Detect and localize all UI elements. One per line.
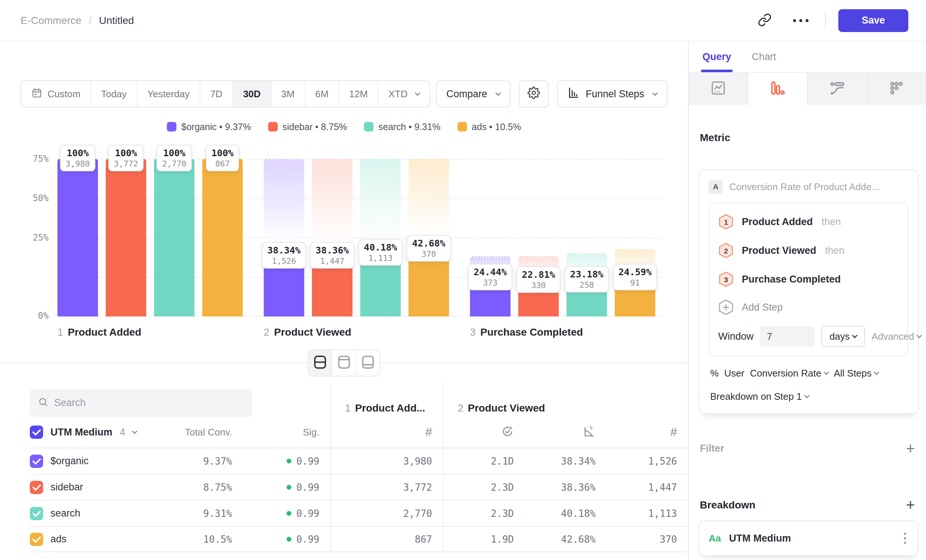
breakdown-property-card[interactable]: Aa UTM Medium [698,521,918,556]
breadcrumb-project[interactable]: E-Commerce [21,15,82,27]
save-button[interactable]: Save [838,9,908,32]
step-label-3: 3 Purchase Completed [470,327,655,342]
share-link-button[interactable] [753,9,776,32]
funnel-bar[interactable]: 38.34% 1,526 [264,159,304,316]
kebab-menu-icon[interactable] [902,531,908,546]
series-checkbox[interactable] [30,533,43,546]
search-input[interactable] [54,397,244,409]
window-value-input[interactable] [760,326,815,347]
number-icon: # [670,425,677,439]
funnel-bar[interactable]: 24.59% 91 [615,159,655,316]
funnel-bar[interactable]: 40.18% 1,113 [360,159,401,316]
funnel-bar[interactable]: 100% 3,772 [106,159,146,316]
measurement-select[interactable]: Conversion Rate [750,368,828,379]
date-range-6m[interactable]: 6M [306,81,339,107]
count-column-header[interactable]: # [330,417,443,448]
breakdown-property-name: UTM Medium [729,533,894,544]
chart-settings-button[interactable] [519,80,549,107]
conv-rate-column-header[interactable]: % [525,417,607,448]
tab-chart[interactable]: Chart [752,42,776,72]
layout-split-view-button[interactable] [308,350,332,376]
panel-tabs: Query Chart [689,42,926,73]
layout-toggle-group [307,349,380,377]
breakdown-on-step-select[interactable]: Breakdown on Step 1 [709,391,908,402]
more-options-button[interactable] [789,9,813,32]
date-range-7d[interactable]: 7D [200,81,233,107]
tab-query[interactable]: Query [702,42,731,72]
chart-type-selector[interactable]: Funnel Steps [557,80,667,107]
legend-item[interactable]: ads • 10.5% [457,121,521,132]
step1-count: 3,980 [330,448,443,474]
insights-report-tab[interactable] [689,73,749,104]
total-conv-header[interactable]: Total Conv. [162,417,243,448]
date-range-30d[interactable]: 30D [233,81,271,107]
compare-button[interactable]: Compare [436,80,510,107]
chevron-down-icon [495,90,501,96]
select-all-checkbox[interactable] [30,425,43,439]
conversion-rate-icon: % [583,425,596,439]
total-conv-value: 10.5% [162,526,243,552]
breakdown-column-label[interactable]: UTM Medium [50,427,112,438]
series-name[interactable]: $organic [50,456,89,467]
step-row-3[interactable]: 3 Purchase Completed [710,264,908,292]
layout-chart-only-button[interactable] [332,350,356,376]
add-breakdown-button[interactable]: + [906,499,915,511]
retention-report-tab[interactable] [867,73,926,104]
step-row-1[interactable]: 1 Product Added then [710,206,908,235]
add-filter-button[interactable]: + [906,443,915,454]
funnel-bar[interactable]: 100% 3,980 [57,159,98,316]
add-step-button[interactable]: Add Step [710,292,908,322]
funnel-steps-editor: 1 Product Added then 2 Product Viewed th… [709,203,908,357]
series-name[interactable]: search [50,508,80,519]
funnel-bar[interactable]: 100% 867 [202,159,243,316]
svg-text:%: % [590,425,593,431]
date-range-xtd[interactable]: XTD [378,81,430,107]
legend-item[interactable]: sidebar • 8.75% [268,121,347,132]
breadcrumb-title[interactable]: Untitled [99,15,134,27]
top-bar: E-Commerce / Untitled Save [0,0,926,42]
funnel-bar[interactable]: 100% 2,770 [154,159,194,316]
funnel-bar[interactable]: 23.18% 258 [566,159,607,316]
funnel-bar[interactable]: 24.44% 373 [470,159,510,316]
series-name[interactable]: ads [50,533,67,545]
legend-item[interactable]: $organic • 9.37% [167,121,251,132]
legend-item[interactable]: search • 9.31% [364,121,440,132]
date-range-3m[interactable]: 3M [271,81,306,107]
sig-dot-icon [287,537,291,542]
chevron-down-icon [852,332,858,338]
date-range-12m[interactable]: 12M [339,81,379,107]
funnel-bar[interactable]: 38.36% 1,447 [312,159,353,316]
date-range-custom[interactable]: Custom [21,81,91,107]
avg-time-value: 2.1D [443,448,525,474]
step-row-2[interactable]: 2 Product Viewed then [710,235,908,264]
series-name[interactable]: sidebar [50,481,83,493]
chevron-down-icon [874,369,880,375]
bar-value-label: 100% 3,980 [60,145,95,171]
layout-table-only-button[interactable] [357,350,380,376]
funnel-bar[interactable]: 42.68% 370 [409,159,449,316]
chevron-down-icon[interactable] [132,428,138,434]
date-range-control: Custom Today Yesterday 7D 30D 3M 6M 12M … [21,80,430,107]
y-tick: 0% [15,310,48,321]
metric-title-row[interactable]: A Conversion Rate of Product Adde... [709,180,908,194]
table-search[interactable] [30,389,252,417]
series-checkbox[interactable] [30,507,43,520]
avg-time-column-header[interactable] [443,417,525,448]
advanced-toggle[interactable]: Advanced [872,331,921,342]
flows-report-tab[interactable] [808,73,867,104]
counting-method-select[interactable]: User [724,368,744,379]
series-checkbox[interactable] [30,455,43,468]
sig-value: 0.99 [243,500,330,526]
window-unit-select[interactable]: days [822,326,865,347]
series-checkbox[interactable] [30,481,43,494]
bar-value-label: 22.81% 330 [516,266,561,293]
funnel-bar[interactable]: 22.81% 330 [518,159,559,316]
date-range-yesterday[interactable]: Yesterday [138,81,200,107]
bar-value-label: 40.18% 1,113 [359,239,402,266]
count-column-header[interactable]: # [607,417,688,448]
total-conv-value: 9.37% [162,448,243,474]
date-range-today[interactable]: Today [91,81,138,107]
sig-header[interactable]: Sig. [243,417,330,448]
funnels-report-tab[interactable] [749,73,808,104]
steps-scope-select[interactable]: All Steps [834,368,879,379]
